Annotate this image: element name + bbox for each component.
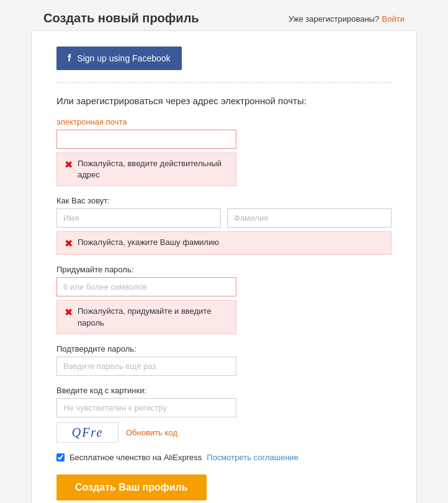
already-registered-section: Уже зарегистрированы? Войти bbox=[289, 13, 405, 24]
name-row bbox=[56, 208, 392, 228]
captcha-input[interactable] bbox=[56, 398, 236, 417]
refresh-captcha-link[interactable]: Обновить код bbox=[126, 428, 177, 437]
email-field-group: электронная почта ✖ Пожалуйста, введите … bbox=[56, 117, 392, 186]
already-registered-text: Уже зарегистрированы? bbox=[289, 14, 379, 24]
password-field-group: Придумайте пароль: ✖ Пожалуйста, придума… bbox=[56, 265, 392, 334]
form-card: f Sign up using Facebook Или зарегистрир… bbox=[31, 30, 417, 503]
email-error-icon: ✖ bbox=[65, 159, 73, 171]
last-name-input[interactable] bbox=[227, 208, 392, 228]
captcha-row: QFre Обновить код bbox=[56, 422, 392, 443]
captcha-image: QFre bbox=[56, 422, 119, 443]
captcha-field-group: Введите код с картинки: QFre Обновить ко… bbox=[56, 386, 392, 443]
email-error-text: Пожалуйста, введите действительный адрес bbox=[78, 158, 228, 180]
page-title: Создать новый профиль bbox=[43, 11, 199, 25]
password-error-text: Пожалуйста, придумайте и введите пароль bbox=[78, 306, 228, 328]
agreement-text: Бесплатное членство на AliExpress bbox=[69, 453, 202, 462]
confirm-password-input[interactable] bbox=[56, 357, 236, 376]
header-bar: Создать новый профиль Уже зарегистрирова… bbox=[6, 6, 442, 30]
login-link[interactable]: Войти bbox=[382, 14, 405, 24]
email-input[interactable] bbox=[56, 130, 236, 149]
confirm-password-label: Подтвердите пароль: bbox=[56, 344, 392, 354]
name-error-box: ✖ Пожалуйста, укажите Вашу фамилию bbox=[56, 231, 392, 255]
password-label: Придумайте пароль: bbox=[56, 265, 392, 274]
email-error-box: ✖ Пожалуйста, введите действительный адр… bbox=[56, 153, 236, 186]
password-error-box: ✖ Пожалуйста, придумайте и введите парол… bbox=[56, 300, 236, 334]
captcha-label: Введите код с картинки: bbox=[56, 386, 392, 395]
name-error-icon: ✖ bbox=[65, 238, 73, 249]
password-input[interactable] bbox=[56, 277, 236, 296]
facebook-button-label: Sign up using Facebook bbox=[77, 53, 170, 63]
agreement-link[interactable]: Посмотреть соглашение bbox=[207, 453, 298, 462]
agreement-row: Бесплатное членство на AliExpress Посмот… bbox=[56, 453, 392, 462]
confirm-password-field-group: Подтвердите пароль: bbox=[56, 344, 392, 376]
name-label: Как Вас зовут: bbox=[56, 196, 392, 205]
agreement-checkbox[interactable] bbox=[56, 453, 65, 461]
or-email-text: Или зарегистрироваться через адрес элект… bbox=[56, 96, 392, 106]
facebook-icon: f bbox=[68, 53, 71, 64]
email-label: электронная почта bbox=[56, 117, 392, 127]
divider bbox=[56, 82, 392, 83]
name-error-text: Пожалуйста, укажите Вашу фамилию bbox=[78, 237, 219, 248]
name-field-group: Как Вас зовут: ✖ Пожалуйста, укажите Ваш… bbox=[56, 196, 392, 255]
first-name-input[interactable] bbox=[56, 208, 221, 228]
facebook-signup-button[interactable]: f Sign up using Facebook bbox=[56, 47, 182, 70]
submit-button[interactable]: Создать Ваш профиль bbox=[56, 474, 207, 501]
password-error-icon: ✖ bbox=[65, 306, 73, 318]
